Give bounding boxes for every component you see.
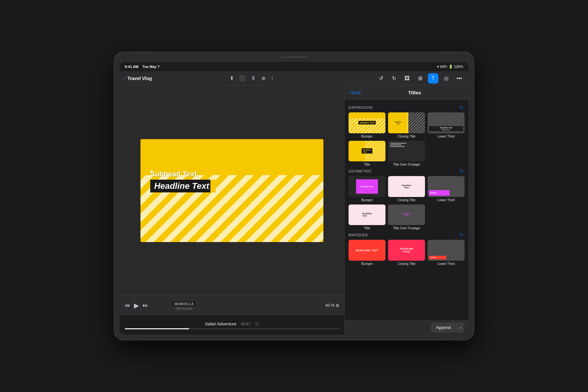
- info-icon[interactable]: ⓘ: [255, 322, 259, 326]
- marquee-bumper-text: HEADLINE TEXT: [355, 249, 378, 252]
- expressive-closing-label: Closing Title: [388, 135, 425, 138]
- panel-title: Titles: [365, 90, 465, 95]
- marquee-lower-thumb: Headline: [428, 240, 465, 261]
- footage-line-1: [390, 143, 406, 144]
- footage-line-3: [390, 146, 405, 147]
- panel-scroll[interactable]: EXPRESSIVE 5 › Headline Text Bumper: [345, 100, 468, 320]
- geo-bumper-inner: Headline Text: [356, 179, 378, 194]
- marquee-section-count[interactable]: 5 ›: [460, 233, 465, 237]
- project-name: Safari Adventure: [205, 321, 237, 326]
- more-icon[interactable]: •••: [454, 73, 465, 84]
- lower-text: Headline TextSubhead Text: [429, 126, 463, 131]
- append-button[interactable]: Append: [431, 322, 456, 333]
- marquee-lower-item[interactable]: Headline Lower Third: [428, 240, 465, 266]
- timeline-bar: [125, 328, 339, 329]
- video-preview: + Subhead Text Headline Text: [140, 139, 323, 242]
- media-icon[interactable]: ⊞: [415, 73, 425, 84]
- expressive-lower-label: Lower Third: [428, 135, 465, 138]
- expressive-title-item[interactable]: HeadlineText Title: [349, 141, 385, 167]
- closing-text: HeadlineText: [395, 121, 402, 125]
- play-button[interactable]: ▶: [134, 302, 139, 309]
- geometric-lower-thumb: Headline: [428, 176, 465, 197]
- marquee-closing-item[interactable]: HEADLINETITLE Closing Title: [388, 240, 425, 266]
- marquee-lower-bar: Headline: [429, 256, 446, 259]
- marquee-closing-thumb: HEADLINETITLE: [388, 240, 425, 261]
- step-forward-icon[interactable]: ⏭: [143, 302, 148, 308]
- camera-bump: [281, 56, 307, 58]
- marquee-closing-text: HEADLINETITLE: [400, 247, 413, 253]
- expressive-closing-thumb: HeadlineText: [388, 112, 425, 133]
- project-title: Travel Vlog: [127, 76, 230, 81]
- geometric-bumper-thumb: Headline Text: [349, 176, 385, 197]
- redo-icon[interactable]: ↻: [389, 73, 399, 84]
- expressive-section-count[interactable]: 5 ›: [460, 105, 465, 110]
- geometric-titles-grid: Headline Text Bumper HeadlineText Closin…: [349, 176, 465, 230]
- ipad-screen: 9:41 AM Tue May 7 ▾ WiFi 🔋 100% ‹ Travel…: [120, 62, 468, 335]
- footage-line-2: [390, 144, 401, 145]
- marquee-section-title: MARQUEE: [349, 233, 368, 237]
- footage-lines: [390, 143, 406, 147]
- geo-closing-text: HeadlineText: [402, 184, 411, 189]
- expressive-section-title: EXPRESSIVE: [349, 106, 373, 109]
- voiceover-icon[interactable]: ⊕: [261, 75, 266, 81]
- titles-icon[interactable]: T: [428, 73, 438, 84]
- zoom-percent-icon: %: [331, 303, 335, 308]
- expressive-section-header: EXPRESSIVE 5 ›: [349, 105, 465, 110]
- zoom-control: 40 % ⊞: [325, 303, 339, 308]
- expressive-footage-item[interactable]: Title Over Footage: [388, 141, 425, 167]
- effects-icon[interactable]: ◎: [441, 73, 451, 84]
- marquee-bumper-item[interactable]: HEADLINE TEXT Bumper: [349, 240, 385, 266]
- headline-text: Headline Text: [154, 181, 209, 191]
- marquee-titles-grid: HEADLINE TEXT Bumper HEADLINETITLE Closi…: [349, 240, 465, 266]
- panel-back-chevron-icon: ‹: [349, 90, 350, 95]
- geometric-closing-item[interactable]: HeadlineText Closing Title: [388, 176, 425, 202]
- toolbar-center-icons: ⬆ ⬛ 🎙 ⊕ ↑: [230, 75, 273, 81]
- marquee-lower-label: Lower Third: [428, 262, 465, 266]
- lower-plus-icon: +: [461, 114, 463, 117]
- geometric-closing-label: Closing Title: [388, 198, 425, 202]
- video-text-overlay: Subhead Text Headline Text: [150, 170, 314, 192]
- expressive-bumper-item[interactable]: Headline Text Bumper: [349, 112, 385, 138]
- expressive-bumper-thumb: Headline Text: [349, 112, 385, 133]
- geometric-bumper-label: Bumper: [349, 198, 385, 202]
- frame-icon[interactable]: ⬛: [239, 75, 246, 81]
- back-button[interactable]: ‹: [123, 76, 127, 81]
- mic-icon[interactable]: 🎙: [251, 75, 256, 81]
- export-icon[interactable]: ↑: [271, 75, 273, 81]
- share-icon[interactable]: ⬆: [230, 75, 234, 81]
- geometric-bumper-item[interactable]: Headline Text Bumper: [349, 176, 385, 202]
- toolbar: ‹ Travel Vlog ⬆ ⬛ 🎙 ⊕ ↑ ↺ ↻ 🖼 ⊞ T ◎ •••: [120, 71, 468, 86]
- geo-title-text: HeadlineText: [362, 212, 372, 217]
- status-time: 9:41 AM Tue May 7: [125, 65, 159, 69]
- photos-icon[interactable]: 🖼: [402, 73, 412, 84]
- undo-icon[interactable]: ↺: [376, 73, 386, 84]
- expressive-lower-item[interactable]: + Headline TextSubhead Text Lower Third: [428, 112, 465, 138]
- expressive-bumper-label: Bumper: [349, 135, 385, 138]
- geometric-section-header: GEOMETRIC 5 ›: [349, 169, 465, 173]
- append-chevron-button[interactable]: ›: [456, 322, 465, 333]
- subhead-text: Subhead Text: [150, 170, 314, 178]
- titles-panel: ‹ Back Titles EXPRESSIVE 5 ›: [344, 86, 468, 335]
- marquee-lower-text: Headline: [430, 256, 436, 258]
- geometric-section-count[interactable]: 5 ›: [460, 169, 465, 173]
- main-content: + Subhead Text Headline Text ⏮: [120, 86, 468, 335]
- zoom-value: 40: [325, 303, 330, 308]
- geometric-lower-item[interactable]: Headline Lower Third: [428, 176, 465, 202]
- battery-icon: 🔋 100%: [449, 65, 463, 69]
- geometric-footage-thumb: HeadlineText: [388, 204, 425, 225]
- wifi-icon: ▾ WiFi: [437, 65, 447, 69]
- step-back-icon[interactable]: ⏮: [125, 302, 130, 308]
- geometric-footage-item[interactable]: HeadlineText Title Over Footage: [388, 204, 425, 230]
- panel-back-button[interactable]: ‹ Back: [349, 90, 361, 95]
- timecode-label: Title Preview: [172, 307, 196, 310]
- video-controls: ⏮ ▶ ⏭ 00:00:01:13 Title Preview 40 % ⊞: [120, 295, 344, 315]
- expressive-closing-item[interactable]: HeadlineText Closing Title: [388, 112, 425, 138]
- timeline-info: Safari Adventure 00:47 ⓘ: [125, 321, 339, 329]
- zoom-resize-icon[interactable]: ⊞: [336, 303, 339, 308]
- expressive-titles-grid: Headline Text Bumper HeadlineText: [349, 112, 465, 166]
- geometric-title-item[interactable]: HeadlineText Title: [349, 204, 385, 230]
- marquee-bumper-label: Bumper: [349, 262, 385, 266]
- closing-left: HeadlineText: [388, 112, 408, 133]
- marquee-bumper-thumb: HEADLINE TEXT: [349, 240, 385, 261]
- geo-lower-text: Headline: [430, 192, 437, 194]
